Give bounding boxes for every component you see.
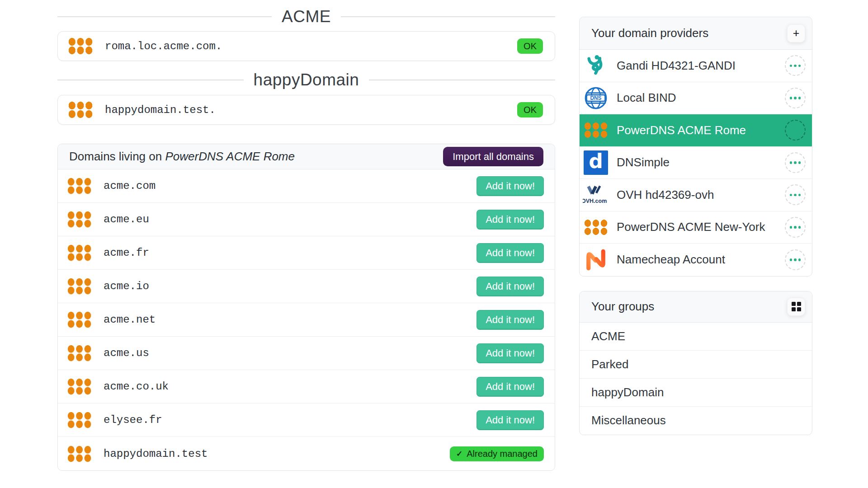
provider-name: PowerDNS ACME New-York bbox=[617, 220, 765, 234]
group-row-miscellaneous[interactable]: Miscellaneous bbox=[580, 407, 812, 435]
powerdns-icon bbox=[67, 311, 92, 328]
group-heading-text: ACME bbox=[282, 7, 331, 26]
provider-menu-ellipsis-icon[interactable] bbox=[785, 184, 806, 205]
domain-row: acme.co.uk Add it now! bbox=[58, 370, 555, 404]
provider-menu-ellipsis-icon[interactable] bbox=[785, 217, 806, 238]
bind-dns-icon: DNS bbox=[581, 82, 610, 114]
group-row-happydomain[interactable]: happyDomain bbox=[580, 379, 812, 407]
powerdns-icon bbox=[67, 178, 92, 194]
domain-row: acme.com Add it now! bbox=[58, 169, 555, 203]
grid-view-button[interactable] bbox=[787, 298, 805, 316]
ovh-text: OVH.com bbox=[583, 198, 607, 205]
divider-line bbox=[57, 16, 272, 17]
add-domain-button[interactable]: Add it now! bbox=[476, 243, 544, 263]
provider-domains-panel: Domains living on PowerDNS ACME Rome Imp… bbox=[57, 144, 555, 471]
add-provider-button[interactable]: + bbox=[787, 24, 805, 42]
bind-dns-text: DNS bbox=[590, 95, 601, 101]
add-domain-button[interactable]: Add it now! bbox=[476, 277, 544, 296]
add-domain-button[interactable]: Add it now! bbox=[476, 310, 544, 330]
happydomain-app: ACME roma.loc.acme.com. OK happyDomain h… bbox=[0, 0, 868, 488]
powerdns-icon bbox=[67, 446, 92, 462]
provider-name: Gandi HD4321-GANDI bbox=[617, 59, 736, 73]
domain-row: acme.net Add it now! bbox=[58, 303, 555, 337]
powerdns-icon bbox=[68, 38, 93, 55]
domain-name: acme.net bbox=[104, 314, 156, 326]
sidebar: Your domain providers + Gandi HD4321-GAN… bbox=[579, 17, 812, 435]
powerdns-icon bbox=[67, 278, 92, 295]
main-content: ACME roma.loc.acme.com. OK happyDomain h… bbox=[57, 0, 555, 471]
groups-card: Your groups ACME Parked happyDomain Misc… bbox=[579, 291, 812, 435]
provider-row-local-bind[interactable]: DNS Local BIND bbox=[580, 82, 812, 115]
import-all-domains-button[interactable]: Import all domains bbox=[443, 147, 543, 166]
status-badge: OK bbox=[517, 102, 543, 117]
provider-menu-ellipsis-icon[interactable] bbox=[785, 88, 806, 108]
provider-row-ovh[interactable]: OVH.com OVH hd42369-ovh bbox=[580, 179, 812, 211]
group-heading-text: happyDomain bbox=[254, 70, 359, 89]
domain-row: elysee.fr Add it now! bbox=[58, 404, 555, 437]
provider-row-powerdns-newyork[interactable]: PowerDNS ACME New-York bbox=[580, 211, 812, 244]
groups-header: Your groups bbox=[580, 291, 812, 323]
providers-header: Your domain providers + bbox=[580, 17, 812, 50]
provider-name: DNSimple bbox=[617, 155, 670, 169]
dnsimple-icon: d bbox=[581, 147, 610, 179]
provider-menu-ellipsis-icon[interactable] bbox=[785, 120, 806, 141]
add-domain-button[interactable]: Add it now! bbox=[476, 343, 544, 363]
provider-menu-ellipsis-icon[interactable] bbox=[785, 249, 806, 270]
domain-name: acme.io bbox=[104, 280, 149, 292]
powerdns-icon bbox=[581, 211, 610, 244]
domain-name: acme.co.uk bbox=[104, 380, 169, 393]
namecheap-icon bbox=[581, 244, 610, 276]
domain-name: happydomain.test. bbox=[105, 104, 216, 116]
powerdns-icon bbox=[67, 378, 92, 395]
provider-name: PowerDNS ACME Rome bbox=[617, 123, 746, 137]
domain-name: acme.eu bbox=[104, 213, 149, 225]
providers-title: Your domain providers bbox=[591, 26, 708, 40]
powerdns-icon bbox=[67, 244, 92, 261]
providers-card: Your domain providers + Gandi HD4321-GAN… bbox=[579, 17, 812, 277]
add-domain-button[interactable]: Add it now! bbox=[476, 410, 544, 430]
domain-row: acme.us Add it now! bbox=[58, 337, 555, 370]
panel-title-prefix: Domains living on bbox=[69, 150, 165, 163]
domain-row: acme.eu Add it now! bbox=[58, 203, 555, 236]
group-row-parked[interactable]: Parked bbox=[580, 351, 812, 379]
group-heading-acme: ACME bbox=[57, 6, 555, 27]
groups-title: Your groups bbox=[591, 300, 654, 314]
add-domain-button[interactable]: Add it now! bbox=[476, 210, 544, 230]
check-icon: ✓ bbox=[456, 449, 462, 459]
add-domain-button[interactable]: Add it now! bbox=[476, 377, 544, 397]
group-heading-happydomain: happyDomain bbox=[57, 69, 555, 91]
provider-row-dnsimple[interactable]: d DNSimple bbox=[580, 147, 812, 179]
group-row-acme[interactable]: ACME bbox=[580, 323, 812, 351]
domain-row: acme.io Add it now! bbox=[58, 270, 555, 303]
provider-row-powerdns-rome-selected[interactable]: PowerDNS ACME Rome bbox=[580, 114, 812, 147]
provider-name: OVH hd42369-ovh bbox=[617, 188, 714, 202]
divider-line bbox=[57, 80, 244, 80]
domain-name: acme.us bbox=[104, 347, 149, 359]
ovh-icon: OVH.com bbox=[581, 179, 610, 211]
domain-name: elysee.fr bbox=[104, 414, 162, 426]
domain-name: happydomain.test bbox=[104, 448, 208, 460]
provider-menu-ellipsis-icon[interactable] bbox=[785, 55, 806, 76]
managed-domain-card-roma[interactable]: roma.loc.acme.com. OK bbox=[57, 31, 555, 61]
grid-icon bbox=[792, 302, 801, 311]
managed-domain-card-happydomain[interactable]: happydomain.test. OK bbox=[57, 95, 555, 125]
panel-title: Domains living on PowerDNS ACME Rome bbox=[69, 150, 295, 164]
divider-line bbox=[341, 16, 555, 17]
divider-line bbox=[369, 80, 555, 80]
domain-name: acme.fr bbox=[104, 247, 149, 259]
provider-row-namecheap[interactable]: Namecheap Account bbox=[580, 244, 812, 276]
panel-header: Domains living on PowerDNS ACME Rome Imp… bbox=[58, 144, 555, 169]
status-badge: OK bbox=[517, 38, 543, 54]
domain-name: acme.com bbox=[104, 180, 156, 192]
powerdns-icon bbox=[67, 412, 92, 428]
provider-name: Namecheap Account bbox=[617, 253, 725, 267]
already-managed-badge: ✓ Already managed bbox=[450, 446, 544, 461]
dnsimple-letter: d bbox=[584, 150, 608, 175]
gandi-icon bbox=[581, 50, 610, 82]
provider-row-gandi[interactable]: Gandi HD4321-GANDI bbox=[580, 50, 812, 82]
add-domain-button[interactable]: Add it now! bbox=[476, 176, 544, 196]
panel-title-provider: PowerDNS ACME Rome bbox=[165, 150, 295, 163]
provider-menu-ellipsis-icon[interactable] bbox=[785, 152, 806, 173]
provider-name: Local BIND bbox=[617, 91, 676, 105]
powerdns-icon bbox=[68, 101, 93, 118]
